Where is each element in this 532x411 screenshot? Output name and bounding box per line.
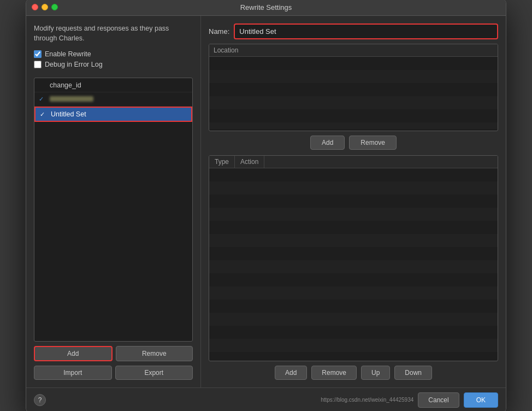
name-label: Name:: [209, 27, 229, 36]
window-title: Rewrite Settings: [240, 3, 292, 11]
export-button[interactable]: Export: [115, 366, 193, 380]
close-button[interactable]: [32, 4, 38, 10]
import-export-row: Import Export: [34, 366, 193, 380]
action-column-header: Action: [235, 156, 264, 168]
maximize-button[interactable]: [51, 4, 58, 10]
list-item[interactable]: change_id: [34, 78, 192, 92]
main-window: Rewrite Settings Modify requests and res…: [26, 0, 506, 411]
debug-error-log-row: Debug in Error Log: [34, 61, 193, 68]
name-row: Name:: [209, 24, 498, 39]
remove-set-button[interactable]: Remove: [116, 346, 193, 361]
item-check-icon: ✓: [39, 96, 46, 103]
list-item[interactable]: ✓: [34, 92, 192, 107]
description-text: Modify requests and responses as they pa…: [34, 24, 193, 44]
add-set-button[interactable]: Add: [34, 346, 113, 361]
item-label: Untitled Set: [51, 110, 187, 118]
rules-body: [209, 168, 498, 359]
location-add-button[interactable]: Add: [310, 136, 345, 150]
rules-down-button[interactable]: Down: [394, 366, 432, 380]
location-section: Location: [209, 44, 498, 131]
traffic-lights: [32, 4, 58, 10]
debug-error-log-label: Debug in Error Log: [45, 61, 103, 68]
item-label: [50, 96, 188, 103]
rewrite-sets-list: change_id ✓ ✓ Untitled Set: [34, 78, 193, 342]
add-remove-row: Add Remove: [34, 346, 193, 361]
import-button[interactable]: Import: [34, 366, 112, 380]
ok-button[interactable]: OK: [464, 392, 498, 408]
type-column-header: Type: [209, 156, 235, 168]
watermark: https://blog.csdn.net/weixin_44425934: [321, 397, 413, 403]
rules-buttons-row: Add Remove Up Down: [209, 366, 498, 380]
rules-header: Type Action: [209, 156, 498, 168]
item-check-icon: [39, 82, 46, 89]
list-item-selected[interactable]: ✓ Untitled Set: [34, 107, 192, 122]
help-button[interactable]: ?: [34, 394, 46, 406]
bottom-actions: https://blog.csdn.net/weixin_44425934 Ca…: [321, 392, 498, 408]
location-header: Location: [209, 44, 498, 57]
name-input[interactable]: [234, 24, 498, 39]
right-panel: Name: Location Add Remove Type Action: [201, 16, 506, 387]
enable-rewrite-label: Enable Rewrite: [45, 50, 91, 58]
location-remove-button[interactable]: Remove: [349, 136, 397, 150]
main-content: Modify requests and responses as they pa…: [26, 16, 506, 387]
rules-section: Type Action: [209, 155, 498, 361]
enable-rewrite-checkbox[interactable]: [34, 50, 42, 58]
minimize-button[interactable]: [42, 4, 48, 10]
item-check-icon: ✓: [40, 111, 48, 118]
rules-add-button[interactable]: Add: [275, 366, 307, 380]
item-label: change_id: [50, 81, 188, 89]
debug-error-log-checkbox[interactable]: [34, 61, 42, 68]
rules-up-button[interactable]: Up: [361, 366, 390, 380]
left-panel: Modify requests and responses as they pa…: [26, 16, 201, 387]
rules-remove-button[interactable]: Remove: [311, 366, 357, 380]
bottom-bar: ? https://blog.csdn.net/weixin_44425934 …: [26, 387, 506, 412]
location-add-remove-row: Add Remove: [209, 136, 498, 150]
titlebar: Rewrite Settings: [26, 0, 506, 16]
location-body: [209, 57, 498, 129]
enable-rewrite-row: Enable Rewrite: [34, 50, 193, 58]
cancel-button[interactable]: Cancel: [418, 392, 459, 408]
